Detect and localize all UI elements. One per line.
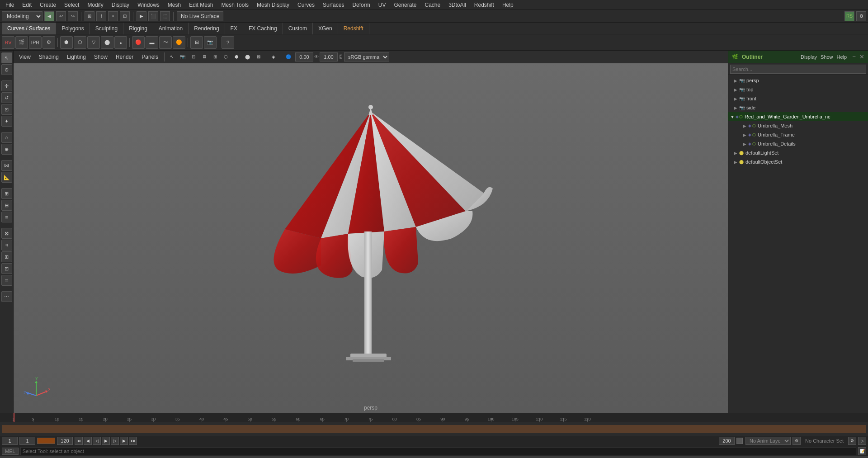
mel-label[interactable]: MEL <box>2 448 19 455</box>
vp-render-menu[interactable]: Render <box>112 53 137 61</box>
play-end-field[interactable] <box>719 437 735 445</box>
canvas-area[interactable]: X Y Z persp <box>14 63 728 413</box>
trax-editor-btn[interactable]: ≣ <box>1 275 12 286</box>
live-surface-btn[interactable]: No Live Surface <box>177 11 223 21</box>
menu-generate[interactable]: Generate <box>390 1 420 9</box>
tab-fx[interactable]: FX <box>225 23 243 34</box>
menu-redshift[interactable]: Redshift <box>471 1 498 9</box>
menu-surfaces[interactable]: Surfaces <box>319 1 348 9</box>
layout-3-btn[interactable]: ≡ <box>1 212 12 222</box>
tab-curves-surfaces[interactable]: Curves / Surfaces <box>2 23 56 34</box>
outliner-minimize-btn[interactable]: − <box>852 53 856 60</box>
select-hierarchy-btn[interactable]: ⬢ <box>60 36 73 49</box>
timeline-cursor[interactable] <box>14 413 14 422</box>
menu-uv[interactable]: UV <box>375 1 390 9</box>
outliner-item-umbrella-frame[interactable]: ▶ ◈ ⬡ Umbrella_Frame <box>728 130 868 139</box>
menu-edit[interactable]: Edit <box>19 1 35 9</box>
ipr-btn[interactable]: IPR <box>29 36 42 49</box>
outliner-close-btn[interactable]: ✕ <box>859 53 864 60</box>
menu-display[interactable]: Display <box>108 1 133 9</box>
menu-edit-mesh[interactable]: Edit Mesh <box>185 1 217 9</box>
rs-icon-2[interactable]: ⚙ <box>856 11 866 21</box>
vp-display-quality-btn[interactable]: 🔵 <box>283 52 293 62</box>
vp-snap-btn[interactable]: ⊡ <box>189 52 198 62</box>
vp-display-btn[interactable]: 🖥 <box>199 52 209 62</box>
rs-icon-1[interactable]: RS <box>844 11 854 21</box>
vp-iso-btn[interactable]: ◈ <box>269 52 278 62</box>
outliner-item-top[interactable]: ▶ 📷 top <box>728 85 868 94</box>
render-icon-2[interactable]: ⬛ <box>148 11 158 21</box>
show-manipulator-btn[interactable]: ⊕ <box>1 144 12 155</box>
vp-shading-menu[interactable]: Shading <box>35 53 62 61</box>
outliner-nav-help[interactable]: Help <box>837 54 847 60</box>
redo-btn[interactable]: ↪ <box>68 11 78 21</box>
render-icon-3[interactable]: ⬚ <box>160 11 170 21</box>
lasso-tool-btn[interactable]: ⊙ <box>1 64 12 75</box>
current-frame-field[interactable] <box>2 437 18 445</box>
vp-lighting-menu[interactable]: Lighting <box>63 53 90 61</box>
outliner-search-input[interactable] <box>730 65 866 74</box>
menu-3dtoall[interactable]: 3DtoAll <box>445 1 470 9</box>
vp-texture-btn[interactable]: ⊠ <box>254 52 264 62</box>
menu-cache[interactable]: Cache <box>421 1 444 9</box>
vp-shaded-btn[interactable]: ⬤ <box>243 52 253 62</box>
vp-select-btn[interactable]: ↖ <box>167 52 177 62</box>
prev-key-btn[interactable]: ◁ <box>93 437 101 445</box>
viewport[interactable]: View Shading Lighting Show Render Panels… <box>14 51 728 413</box>
outliner-item-umbrella-details[interactable]: ▶ ◈ ⬡ Umbrella_Details <box>728 139 868 148</box>
script-editor-btn[interactable]: 📝 <box>858 447 866 455</box>
menu-curves[interactable]: Curves <box>294 1 318 9</box>
mel-input[interactable] <box>20 447 856 455</box>
outliner-item-persp[interactable]: ▶ 📷 persp <box>728 76 868 85</box>
light-btn[interactable]: 🟠 <box>173 36 185 49</box>
cone-icon-btn[interactable]: ▽ <box>87 36 100 49</box>
vp-wireframe-btn[interactable]: ⬢ <box>232 52 242 62</box>
snap-grid-btn[interactable]: ⊞ <box>85 11 94 21</box>
prev-frame-btn[interactable]: ◀ <box>84 437 92 445</box>
menu-mesh[interactable]: Mesh <box>164 1 184 9</box>
outliner-nav-show[interactable]: Show <box>821 54 833 60</box>
menu-mesh-display[interactable]: Mesh Display <box>253 1 293 9</box>
outliner-item-side[interactable]: ▶ 📷 side <box>728 103 868 112</box>
rotate-tool-btn[interactable]: ↺ <box>1 92 12 103</box>
menu-windows[interactable]: Windows <box>134 1 163 9</box>
menu-select[interactable]: Select <box>61 1 83 9</box>
outliner-nav-display[interactable]: Display <box>801 54 817 60</box>
outliner-item-default-object-set[interactable]: ▶ ⬤ defaultObjectSet <box>728 157 868 166</box>
gamma-select[interactable]: sRGB gamma Linear <box>344 52 389 61</box>
range-start-field[interactable] <box>19 437 35 445</box>
next-frame-btn[interactable]: ▶ <box>120 437 128 445</box>
range-end-field[interactable] <box>57 437 73 445</box>
next-key-btn[interactable]: ▷ <box>111 437 119 445</box>
snap-together-btn[interactable]: ⋈ <box>1 160 12 171</box>
graph-editor-btn[interactable]: ⊞ <box>1 251 12 262</box>
exposure-input[interactable] <box>295 52 313 61</box>
skip-start-btn[interactable]: ⏮ <box>75 437 83 445</box>
tab-sculpting[interactable]: Sculpting <box>90 23 123 34</box>
ipr-snapshot-btn[interactable]: 🎬 <box>15 36 28 49</box>
layout-2-btn[interactable]: ⊟ <box>1 200 12 211</box>
move-tool-btn[interactable]: ✛ <box>1 80 12 91</box>
outliner-item-front[interactable]: ▶ 📷 front <box>728 94 868 103</box>
help-btn[interactable]: ? <box>222 36 234 49</box>
anim-layer-settings-btn[interactable]: ⚙ <box>793 437 801 445</box>
tab-xgen[interactable]: XGen <box>313 23 338 34</box>
node-editor-btn[interactable]: ⊠ <box>1 228 12 239</box>
tab-rigging[interactable]: Rigging <box>123 23 153 34</box>
menu-help[interactable]: Help <box>499 1 517 9</box>
universal-tool-btn[interactable]: ✦ <box>1 116 12 127</box>
tab-animation[interactable]: Animation <box>153 23 189 34</box>
outliner-item-default-light-set[interactable]: ▶ ⬤ defaultLightSet <box>728 148 868 157</box>
skip-end-btn[interactable]: ⏭ <box>129 437 137 445</box>
vp-show-menu[interactable]: Show <box>90 53 111 61</box>
menu-modify[interactable]: Modify <box>84 1 107 9</box>
select-tool-btn[interactable]: ↖ <box>1 52 12 63</box>
timeline-range-bar[interactable] <box>2 425 866 433</box>
outliner-item-umbrella-root[interactable]: ▼ ◈ ⬡ Red_and_White_Garden_Umbrella_nc <box>728 112 868 121</box>
render-view-btn[interactable]: RV <box>2 36 14 49</box>
snap-view-btn[interactable]: ⊡ <box>120 11 130 21</box>
uv-editor-btn[interactable]: ⊞ <box>190 36 203 49</box>
render-settings-btn[interactable]: ⚙ <box>42 36 55 49</box>
soft-select-btn[interactable]: ⌂ <box>1 132 12 143</box>
sphere-icon-btn[interactable]: ⬤ <box>101 36 113 49</box>
